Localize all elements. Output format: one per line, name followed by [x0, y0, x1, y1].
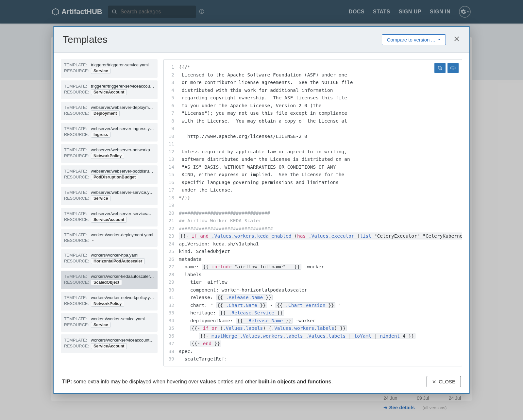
resource-type: -	[91, 238, 93, 243]
code-line: 9	[164, 125, 457, 133]
template-item[interactable]: TEMPLATE:workers/worker-networkpolicy.ya…	[61, 292, 158, 311]
template-label: TEMPLATE:	[64, 148, 89, 152]
code-line: 17 under the License.	[164, 186, 457, 194]
template-label: TEMPLATE:	[64, 126, 89, 131]
template-label: TEMPLATE:	[64, 105, 89, 110]
code-line: 23{{- if and .Values.workers.keda.enable…	[164, 232, 457, 240]
resource-type: Service	[91, 322, 110, 328]
code-line: 21## Airflow Worker KEDA Scaler	[164, 217, 457, 225]
code-line: 31 release: {{ .Release.Name }}	[164, 294, 457, 302]
template-label: TEMPLATE:	[64, 84, 89, 89]
code-line: 20################################	[164, 210, 457, 217]
code-line: 28 labels:	[164, 271, 457, 279]
modal-title: Templates	[63, 34, 108, 45]
close-button[interactable]: CLOSE	[427, 376, 461, 387]
template-label: TEMPLATE:	[64, 338, 89, 343]
template-label: TEMPLATE:	[64, 317, 89, 321]
resource-type: HorizontalPodAutoscaler	[91, 258, 145, 264]
code-line: 30 component: worker-horizontalpodautosc…	[164, 286, 457, 294]
code-pane: 1{{/*2 Licensed to the Apache Software F…	[163, 59, 462, 366]
code-line: 12 Unless required by applicable law or …	[164, 148, 457, 156]
code-line: 38spec:	[164, 348, 457, 356]
code-line: 14 "AS IS" BASIS, WITHOUT WARRANTIES OR …	[164, 163, 457, 171]
code-line: 4 distributed with this work for additio…	[164, 87, 457, 94]
code-line: 13 software distributed under the Licens…	[164, 156, 457, 163]
template-item[interactable]: TEMPLATE:webserver/webserver-ingress.yam…	[61, 123, 158, 142]
template-item[interactable]: TEMPLATE:webserver/webserver-deploymen..…	[61, 102, 158, 120]
compare-version-button[interactable]: Compare to version ...	[382, 34, 446, 45]
resource-label: RESOURCE:	[64, 154, 89, 158]
template-path: workers/worker-service.yaml	[91, 316, 154, 321]
template-label: TEMPLATE:	[64, 211, 89, 216]
template-list[interactable]: TEMPLATE:triggerer/triggerer-service.yam…	[61, 59, 158, 366]
resource-label: RESOURCE:	[64, 69, 89, 73]
template-path: workers/worker-kedaautoscaler.y...	[91, 274, 154, 279]
resource-label: RESOURCE:	[64, 238, 89, 243]
resource-type: ScaledObject	[91, 279, 122, 285]
code-line: 34 deploymentName: {{ .Release.Name }} -…	[164, 317, 457, 325]
code-line: 1{{/*	[164, 63, 457, 71]
template-item[interactable]: TEMPLATE:triggerer/triggerer-serviceacco…	[61, 80, 158, 99]
template-path: workers/worker-networkpolicy.yaml	[91, 295, 154, 300]
template-path: webserver/webserver-deploymen...	[91, 105, 154, 110]
code-line: 6 to you under the Apache License, Versi…	[164, 102, 457, 110]
template-item[interactable]: TEMPLATE:triggerer/triggerer-service.yam…	[61, 59, 158, 78]
resource-label: RESOURCE:	[64, 301, 89, 306]
template-path: workers/worker-hpa.yaml	[91, 253, 154, 258]
code-line: 25kind: ScaledObject	[164, 248, 457, 256]
template-item[interactable]: TEMPLATE:workers/worker-service.yamlRESO…	[61, 313, 158, 332]
template-item[interactable]: TEMPLATE:workers/worker-hpa.yamlRESOURCE…	[61, 249, 158, 268]
resource-type: ServiceAccount	[91, 217, 127, 223]
template-label: TEMPLATE:	[64, 253, 89, 258]
template-item[interactable]: TEMPLATE:webserver/webserver-networkpol.…	[61, 144, 158, 163]
template-item[interactable]: TEMPLATE:workers/worker-serviceaccount.y…	[61, 334, 158, 353]
resource-type: Service	[91, 68, 110, 74]
template-item[interactable]: TEMPLATE:webserver/webserver-serviceacc.…	[61, 208, 158, 227]
code-line: 16 specific language governing permissio…	[164, 179, 457, 187]
template-label: TEMPLATE:	[64, 63, 89, 67]
resource-label: RESOURCE:	[64, 280, 89, 285]
template-label: TEMPLATE:	[64, 274, 89, 279]
code-line: 11	[164, 140, 457, 148]
resource-type: ServiceAccount	[91, 343, 127, 349]
template-label: TEMPLATE:	[64, 295, 89, 300]
code-line: 26metadata:	[164, 256, 457, 263]
code-line: 32 chart: " {{ .Chart.Name }} - {{ .Char…	[164, 302, 457, 310]
resource-type: Ingress	[91, 132, 110, 138]
resource-label: RESOURCE:	[64, 132, 89, 137]
resource-label: RESOURCE:	[64, 344, 89, 348]
resource-label: RESOURCE:	[64, 259, 89, 263]
template-item[interactable]: TEMPLATE:workers/worker-deployment.yamlR…	[61, 229, 158, 247]
code-line: 2 Licensed to the Apache Software Founda…	[164, 71, 457, 79]
code-line: 39 scaleTargetRef:	[164, 355, 457, 363]
code-line: 5 regarding copyright ownership. The ASF…	[164, 94, 457, 102]
template-path: webserver/webserver-poddisrupt...	[91, 169, 154, 174]
code-scroll[interactable]: 1{{/*2 Licensed to the Apache Software F…	[164, 59, 462, 366]
template-path: workers/worker-serviceaccount.y...	[91, 338, 154, 343]
code-line: 7 "License"); you may not use this file …	[164, 109, 457, 117]
template-path: triggerer/triggerer-serviceaccoun...	[91, 84, 154, 89]
close-icon[interactable]	[453, 35, 460, 44]
modal-footer: TIP: some extra info may be displayed wh…	[54, 370, 469, 393]
template-path: webserver/webserver-service.yaml	[91, 190, 154, 195]
code-line: 33 heritage: {{ .Release.Service }}	[164, 309, 457, 317]
template-path: webserver/webserver-ingress.yaml	[91, 126, 154, 131]
code-line: 15 KIND, either express or implied. See …	[164, 171, 457, 179]
resource-type: ServiceAccount	[91, 89, 127, 95]
code-line: 10 http://www.apache.org/licenses/LICENS…	[164, 133, 457, 141]
resource-label: RESOURCE:	[64, 111, 89, 116]
code-line: 8 with the License. You may obtain a cop…	[164, 117, 457, 125]
resource-type: NetworkPolicy	[91, 153, 124, 159]
resource-label: RESOURCE:	[64, 323, 89, 327]
code-line: 19	[164, 202, 457, 210]
template-item[interactable]: TEMPLATE:workers/worker-kedaautoscaler.y…	[61, 271, 158, 289]
resource-type: PodDisruptionBudget	[91, 174, 138, 180]
template-label: TEMPLATE:	[64, 190, 89, 195]
code-line: 24apiVersion: keda.sh/v1alpha1	[164, 240, 457, 248]
template-item[interactable]: TEMPLATE:webserver/webserver-poddisrupt.…	[61, 165, 158, 184]
modal-header: Templates Compare to version ...	[54, 27, 469, 53]
code-line: 36 {{- mustMerge .Values.workers.labels …	[164, 332, 457, 340]
template-item[interactable]: TEMPLATE:webserver/webserver-service.yam…	[61, 187, 158, 205]
template-label: TEMPLATE:	[64, 233, 89, 237]
x-icon	[432, 380, 436, 384]
